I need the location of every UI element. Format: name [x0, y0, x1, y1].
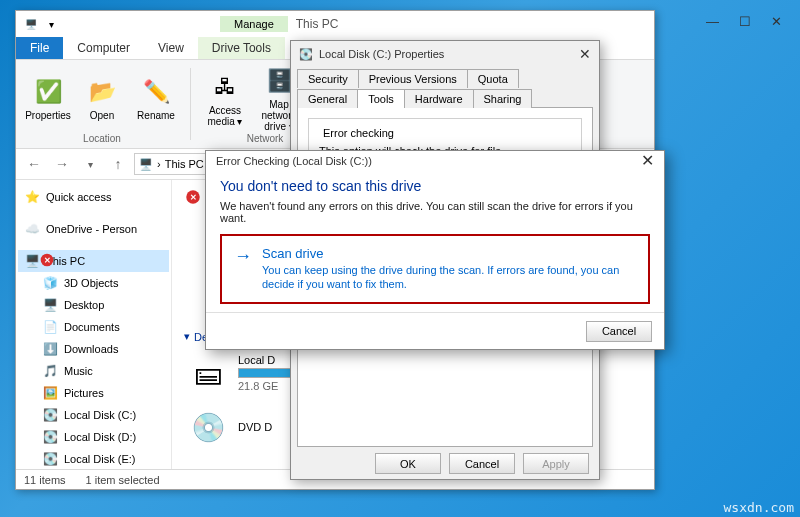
open-icon: 📂 — [86, 76, 118, 108]
ribbon-group-network: Network — [247, 133, 284, 144]
sidebar-local-e[interactable]: 💽Local Disk (E:) — [36, 448, 169, 469]
nav-forward[interactable]: → — [50, 152, 74, 176]
status-items: 11 items — [24, 474, 66, 486]
ribbon-properties[interactable]: ✅ Properties — [24, 76, 72, 121]
rename-icon: ✏️ — [140, 76, 172, 108]
watermark: wsxdn.com — [724, 500, 794, 515]
ribbon-group-location: Location — [83, 133, 121, 144]
disk-icon: 💽 — [299, 48, 313, 61]
maximize-icon[interactable]: ☐ — [739, 14, 751, 29]
tab-sharing[interactable]: Sharing — [473, 89, 533, 108]
group-legend: Error checking — [319, 127, 398, 139]
pictures-icon: 🖼️ — [42, 385, 58, 401]
tab-hardware[interactable]: Hardware — [404, 89, 474, 108]
pc-icon: 🖥️ — [139, 158, 153, 171]
dialog-title: Error Checking (Local Disk (C:)) — [216, 155, 372, 167]
breadcrumb-item[interactable]: This PC — [165, 158, 204, 170]
sidebar-desktop[interactable]: 🖥️Desktop — [36, 294, 169, 316]
tab-security[interactable]: Security — [297, 69, 359, 88]
close-icon[interactable]: ✕ — [641, 151, 654, 170]
sidebar-local-d[interactable]: 💽Local Disk (D:) — [36, 426, 169, 448]
close-icon[interactable]: ✕ — [771, 14, 782, 29]
nav-up[interactable]: ↑ — [106, 152, 130, 176]
downloads-icon: ⬇️ — [42, 341, 58, 357]
dialog-body-text: We haven't found any errors on this driv… — [220, 200, 650, 224]
tab-general[interactable]: General — [297, 89, 358, 108]
properties-title: Local Disk (C:) Properties — [319, 48, 444, 60]
qat-dropdown-icon[interactable]: ▾ — [42, 15, 60, 33]
tab-drive-tools[interactable]: Drive Tools — [198, 37, 285, 59]
scan-drive-title: Scan drive — [262, 246, 636, 261]
cancel-button[interactable]: Cancel — [586, 321, 652, 342]
sidebar-quick-access[interactable]: ⭐Quick access — [18, 186, 169, 208]
ribbon-access-media[interactable]: 🖧 Access media ▾ — [201, 71, 249, 127]
nav-recent[interactable]: ▾ — [78, 152, 102, 176]
contextual-tab-label: Manage — [220, 16, 288, 32]
ribbon-rename[interactable]: ✏️ Rename — [132, 76, 180, 121]
explorer-titlebar: 🖥️ ▾ Manage This PC — [16, 11, 654, 37]
tab-quota[interactable]: Quota — [467, 69, 519, 88]
sidebar-local-c[interactable]: 💽Local Disk (C:) — [36, 404, 169, 426]
error-checking-titlebar: Error Checking (Local Disk (C:)) ✕ — [206, 151, 664, 170]
sidebar-3d-objects[interactable]: 🧊3D Objects — [36, 272, 169, 294]
desktop-icon: 🖥️ — [42, 297, 58, 313]
minimize-icon[interactable]: — — [706, 14, 719, 29]
error-checking-dialog: Error Checking (Local Disk (C:)) ✕ You d… — [205, 150, 665, 350]
properties-titlebar: 💽 Local Disk (C:) Properties ✕ — [291, 41, 599, 67]
star-icon: ⭐ — [24, 189, 40, 205]
nav-back[interactable]: ← — [22, 152, 46, 176]
sidebar-documents[interactable]: 📄Documents — [36, 316, 169, 338]
tab-file[interactable]: File — [16, 37, 63, 59]
tab-tools[interactable]: Tools — [357, 89, 405, 108]
dialog-heading: You don't need to scan this drive — [220, 178, 650, 194]
chevron-down-icon: ▾ — [184, 330, 190, 343]
error-badge-icon: ✕ — [186, 190, 200, 204]
documents-icon: 📄 — [42, 319, 58, 335]
dvd-icon: 💿 — [188, 407, 228, 447]
status-selected: 1 item selected — [86, 474, 160, 486]
disk-icon: 💽 — [42, 429, 58, 445]
music-icon: 🎵 — [42, 363, 58, 379]
close-icon[interactable]: ✕ — [579, 46, 591, 62]
sidebar: ⭐Quick access ☁️OneDrive - Person ✕ 🖥️Th… — [16, 180, 172, 469]
explorer-logo-icon: 🖥️ — [22, 15, 40, 33]
sidebar-pictures[interactable]: 🖼️Pictures — [36, 382, 169, 404]
objects-icon: 🧊 — [42, 275, 58, 291]
arrow-right-icon: → — [234, 246, 252, 292]
sidebar-downloads[interactable]: ⬇️Downloads — [36, 338, 169, 360]
properties-icon: ✅ — [32, 76, 64, 108]
sidebar-onedrive[interactable]: ☁️OneDrive - Person — [18, 218, 169, 240]
disk-icon: 💽 — [42, 451, 58, 467]
onedrive-icon: ☁️ — [24, 221, 40, 237]
ribbon-open[interactable]: 📂 Open — [78, 76, 126, 121]
window-title: This PC — [296, 17, 339, 31]
tab-previous-versions[interactable]: Previous Versions — [358, 69, 468, 88]
media-icon: 🖧 — [209, 71, 241, 103]
tab-computer[interactable]: Computer — [63, 37, 144, 59]
apply-button[interactable]: Apply — [523, 453, 589, 474]
scan-drive-option[interactable]: → Scan drive You can keep using the driv… — [220, 234, 650, 304]
ok-button[interactable]: OK — [375, 453, 441, 474]
pc-icon: 🖥️ — [24, 253, 40, 269]
scan-drive-desc: You can keep using the drive during the … — [262, 263, 636, 292]
cancel-button[interactable]: Cancel — [449, 453, 515, 474]
sidebar-music[interactable]: 🎵Music — [36, 360, 169, 382]
disk-icon: 💽 — [42, 407, 58, 423]
tab-view[interactable]: View — [144, 37, 198, 59]
drive-icon: 🖴 — [188, 353, 228, 393]
error-badge-icon: ✕ — [41, 254, 54, 267]
